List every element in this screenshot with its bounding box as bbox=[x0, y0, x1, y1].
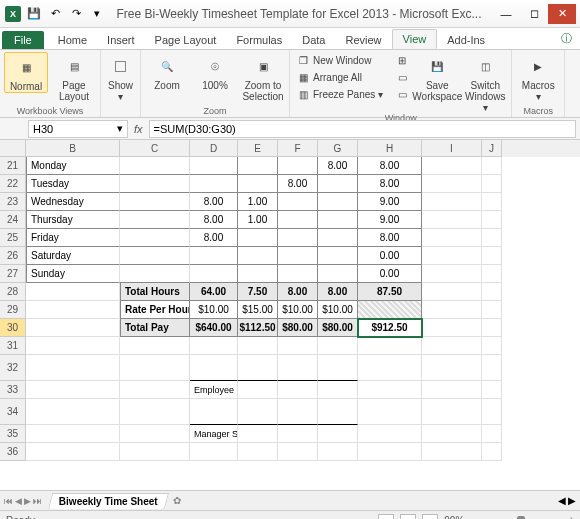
row-30[interactable]: 30 bbox=[0, 319, 26, 337]
namebox-dropdown-icon[interactable]: ▾ bbox=[117, 122, 123, 135]
row-31[interactable]: 31 bbox=[0, 337, 26, 355]
col-H[interactable]: H bbox=[358, 140, 422, 157]
tab-home[interactable]: Home bbox=[48, 31, 97, 49]
zoom-level[interactable]: 90% bbox=[444, 515, 464, 519]
view-normal-icon[interactable] bbox=[378, 514, 394, 520]
show-button[interactable]: Show▾ bbox=[105, 52, 136, 102]
unhide-icon: ▭ bbox=[395, 87, 409, 101]
qat-dropdown-icon[interactable]: ▾ bbox=[88, 5, 106, 23]
freeze-panes-button[interactable]: ▥Freeze Panes ▾ bbox=[294, 86, 385, 102]
sheet-nav-next-icon[interactable]: ▶ bbox=[24, 496, 31, 506]
row-26[interactable]: 26 bbox=[0, 247, 26, 265]
view-pagelayout-icon[interactable] bbox=[400, 514, 416, 520]
maximize-button[interactable]: ◻ bbox=[520, 4, 548, 24]
row-22[interactable]: 22 bbox=[0, 175, 26, 193]
row-29[interactable]: 29 bbox=[0, 301, 26, 319]
arrange-all-button[interactable]: ▦Arrange All bbox=[294, 69, 385, 85]
formula-bar[interactable]: =SUM(D30:G30) bbox=[149, 120, 576, 138]
row-34[interactable]: 34 bbox=[0, 399, 26, 425]
tab-view[interactable]: View bbox=[392, 29, 438, 49]
select-all-corner[interactable] bbox=[0, 140, 26, 157]
tab-review[interactable]: Review bbox=[335, 31, 391, 49]
manager-signature-label[interactable]: Manager Signature bbox=[190, 425, 238, 443]
col-G[interactable]: G bbox=[318, 140, 358, 157]
employee-signature-label[interactable]: Employee Signature bbox=[190, 381, 238, 399]
view-pagebreak-icon[interactable] bbox=[422, 514, 438, 520]
help-icon[interactable]: ⓘ bbox=[553, 28, 580, 49]
zoom-selection-icon: ▣ bbox=[249, 54, 277, 78]
redo-icon[interactable]: ↷ bbox=[67, 5, 85, 23]
tab-page-layout[interactable]: Page Layout bbox=[145, 31, 227, 49]
sheet-nav-first-icon[interactable]: ⏮ bbox=[4, 496, 13, 506]
sheet-nav-prev-icon[interactable]: ◀ bbox=[15, 496, 22, 506]
zoom-slider-thumb[interactable] bbox=[517, 516, 525, 520]
fx-icon[interactable]: fx bbox=[134, 123, 143, 135]
worksheet-grid[interactable]: B C D E F G H I J 21Monday8.008.00 22Tue… bbox=[0, 140, 580, 490]
column-headers[interactable]: B C D E F G H I J bbox=[0, 140, 580, 157]
col-E[interactable]: E bbox=[238, 140, 278, 157]
hide-button[interactable]: ▭ bbox=[393, 69, 411, 85]
name-box[interactable]: H30▾ bbox=[28, 120, 128, 138]
split-button[interactable]: ⊞ bbox=[393, 52, 411, 68]
cell-B21[interactable]: Monday bbox=[26, 157, 120, 175]
row-35[interactable]: 35 bbox=[0, 425, 26, 443]
switch-windows-label: Switch Windows bbox=[463, 80, 507, 102]
excel-icon[interactable]: X bbox=[4, 5, 22, 23]
save-icon[interactable]: 💾 bbox=[25, 5, 43, 23]
undo-icon[interactable]: ↶ bbox=[46, 5, 64, 23]
freeze-panes-icon: ▥ bbox=[296, 87, 310, 101]
tab-insert[interactable]: Insert bbox=[97, 31, 145, 49]
zoom-selection-label: Zoom to Selection bbox=[241, 80, 285, 102]
normal-view-button[interactable]: ▦ Normal bbox=[4, 52, 48, 93]
row-24[interactable]: 24 bbox=[0, 211, 26, 229]
row-27[interactable]: 27 bbox=[0, 265, 26, 283]
zoom-selection-button[interactable]: ▣ Zoom to Selection bbox=[241, 52, 285, 102]
group-label-show bbox=[105, 116, 136, 117]
row-33[interactable]: 33 bbox=[0, 381, 26, 399]
col-J[interactable]: J bbox=[482, 140, 502, 157]
close-button[interactable]: ✕ bbox=[548, 4, 576, 24]
unhide-button[interactable]: ▭ bbox=[393, 86, 411, 102]
tab-formulas[interactable]: Formulas bbox=[226, 31, 292, 49]
row-28[interactable]: 28 bbox=[0, 283, 26, 301]
col-I[interactable]: I bbox=[422, 140, 482, 157]
status-ready: Ready bbox=[6, 515, 35, 519]
row-21[interactable]: 21 bbox=[0, 157, 26, 175]
macros-button[interactable]: ▶ Macros▾ bbox=[516, 52, 560, 102]
formula-bar-row: H30▾ fx =SUM(D30:G30) bbox=[0, 118, 580, 140]
window-title: Free Bi-Weekly Timesheet Template for Ex… bbox=[106, 7, 492, 21]
zoom-in-icon[interactable]: + bbox=[568, 515, 574, 519]
save-workspace-button[interactable]: 💾 Save Workspace bbox=[415, 52, 459, 102]
new-sheet-icon[interactable]: ✿ bbox=[173, 495, 181, 506]
tab-addins[interactable]: Add-Ins bbox=[437, 31, 495, 49]
row-36[interactable]: 36 bbox=[0, 443, 26, 461]
tab-data[interactable]: Data bbox=[292, 31, 335, 49]
zoom-button[interactable]: 🔍 Zoom bbox=[145, 52, 189, 91]
minimize-button[interactable]: — bbox=[492, 4, 520, 24]
col-B[interactable]: B bbox=[26, 140, 120, 157]
zoom-out-icon[interactable]: − bbox=[470, 515, 476, 519]
cell-H30-selected[interactable]: $912.50 bbox=[358, 319, 422, 337]
sheet-nav-last-icon[interactable]: ⏭ bbox=[33, 496, 42, 506]
macros-label: Macros bbox=[522, 80, 555, 91]
row-23[interactable]: 23 bbox=[0, 193, 26, 211]
col-C[interactable]: C bbox=[120, 140, 190, 157]
sheet-nav: ⏮ ◀ ▶ ⏭ bbox=[0, 496, 46, 506]
hscroll-right-icon[interactable]: ▶ bbox=[568, 495, 576, 506]
row-32[interactable]: 32 bbox=[0, 355, 26, 381]
page-layout-button[interactable]: ▤ Page Layout bbox=[52, 52, 96, 102]
ribbon: ▦ Normal ▤ Page Layout Workbook Views Sh… bbox=[0, 50, 580, 118]
save-workspace-label: Save Workspace bbox=[412, 80, 462, 102]
new-window-button[interactable]: ❐New Window bbox=[294, 52, 385, 68]
group-macros: ▶ Macros▾ Macros bbox=[512, 50, 565, 117]
hscroll-left-icon[interactable]: ◀ bbox=[558, 495, 566, 506]
switch-windows-button[interactable]: ◫ Switch Windows▾ bbox=[463, 52, 507, 113]
zoom-100-button[interactable]: ⦾ 100% bbox=[193, 52, 237, 91]
switch-windows-icon: ◫ bbox=[471, 54, 499, 78]
window-controls: — ◻ ✕ bbox=[492, 4, 576, 24]
col-D[interactable]: D bbox=[190, 140, 238, 157]
sheet-tab-biweekly[interactable]: Biweekly Time Sheet bbox=[48, 493, 169, 509]
col-F[interactable]: F bbox=[278, 140, 318, 157]
tab-file[interactable]: File bbox=[2, 31, 44, 49]
row-25[interactable]: 25 bbox=[0, 229, 26, 247]
